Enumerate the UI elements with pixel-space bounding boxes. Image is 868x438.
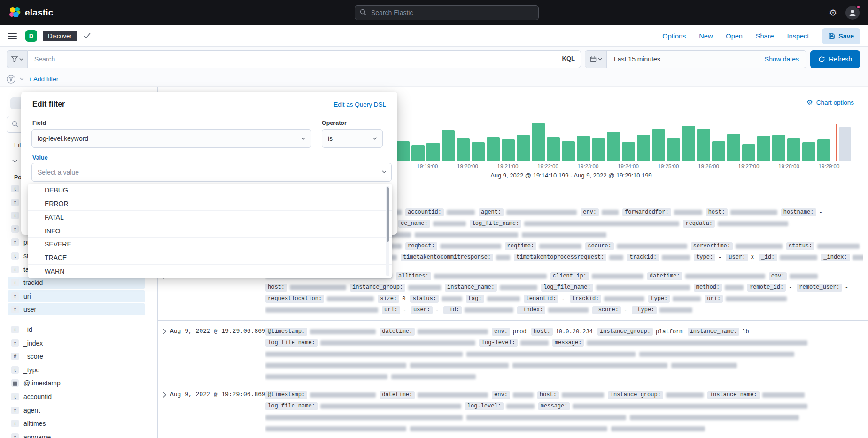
- doc-line: log_file_name:log-level:message:: [265, 338, 863, 349]
- histogram-bar[interactable]: [682, 126, 695, 161]
- sidebar-field-_score[interactable]: #_score: [8, 350, 145, 362]
- histogram-bar[interactable]: [727, 134, 740, 161]
- sidebar-field-trackid[interactable]: ttrackid: [8, 277, 145, 289]
- field-badge: instance_name:: [688, 328, 740, 336]
- field-select[interactable]: log-level.keyword: [31, 129, 311, 148]
- doc-line: [265, 371, 863, 383]
- breadcrumb[interactable]: Discover: [43, 31, 77, 41]
- operator-label: Operator: [322, 120, 347, 126]
- global-search-input[interactable]: [355, 5, 539, 20]
- nav-link-share[interactable]: Share: [756, 32, 774, 40]
- filter-value-option[interactable]: INFO: [28, 224, 392, 238]
- expand-row-icon[interactable]: [163, 392, 167, 400]
- histogram-bar[interactable]: [652, 129, 665, 161]
- nav-links: OptionsNewOpenShareInspect: [662, 32, 809, 40]
- sidebar-field-user[interactable]: tuser: [8, 303, 145, 315]
- histogram-bar[interactable]: [802, 142, 815, 161]
- chevron-down-icon[interactable]: [20, 77, 24, 80]
- redacted-value: [573, 404, 807, 409]
- redacted-value: [630, 415, 799, 420]
- doc-line: log_file_name:log-level:message:: [265, 401, 863, 412]
- nav-link-inspect[interactable]: Inspect: [787, 32, 809, 40]
- histogram-bar[interactable]: [787, 138, 800, 161]
- filter-value-option[interactable]: DEBUG: [28, 184, 392, 197]
- user-avatar[interactable]: [845, 6, 860, 20]
- nav-link-open[interactable]: Open: [726, 32, 742, 40]
- space-badge[interactable]: D: [25, 30, 37, 42]
- filter-value-option[interactable]: SEVERE: [28, 238, 392, 251]
- histogram-bar[interactable]: [607, 132, 620, 161]
- sidebar-field-_index[interactable]: t_index: [8, 337, 145, 349]
- show-dates-button[interactable]: Show dates: [765, 55, 799, 63]
- histogram-bar[interactable]: [742, 144, 755, 161]
- histogram-bar[interactable]: [442, 130, 455, 161]
- saved-query-menu-button[interactable]: [7, 50, 27, 68]
- doc-line: requestlocation:size:0status:tag:tenanti…: [265, 293, 863, 305]
- nav-link-new[interactable]: New: [699, 32, 713, 40]
- sidebar-field-accountid[interactable]: taccountid: [8, 391, 145, 403]
- sidebar-field-_type[interactable]: t_type: [8, 364, 145, 376]
- doc-line: url:-user:-_id:_index:_score:-_type:: [265, 305, 863, 316]
- x-axis-tick-label: 19:19:00: [411, 163, 444, 169]
- operator-select[interactable]: is: [322, 129, 383, 148]
- text-field-icon: t: [11, 252, 19, 260]
- histogram-bar[interactable]: [532, 123, 545, 161]
- histogram-bar[interactable]: [712, 141, 725, 161]
- date-quick-menu-button[interactable]: [585, 51, 607, 68]
- save-button[interactable]: Save: [822, 28, 860, 44]
- filter-value-option[interactable]: WARN: [28, 265, 392, 278]
- edit-as-query-dsl-link[interactable]: Edit as Query DSL: [333, 101, 386, 108]
- menu-icon[interactable]: [8, 32, 17, 40]
- sidebar-field-alltimes[interactable]: talltimes: [8, 417, 145, 430]
- sidebar-field-agent[interactable]: tagent: [8, 404, 145, 416]
- histogram-bar[interactable]: [622, 142, 635, 161]
- histogram-bar[interactable]: [426, 143, 440, 161]
- filter-value-option[interactable]: FATAL: [28, 211, 392, 224]
- histogram-bar[interactable]: [472, 142, 485, 161]
- filters-circle-icon[interactable]: [7, 75, 16, 84]
- gear-icon[interactable]: ⚙: [829, 8, 837, 18]
- histogram-bar[interactable]: [547, 137, 560, 161]
- expand-row-icon[interactable]: [163, 328, 167, 337]
- text-field-icon: t: [11, 185, 19, 192]
- field-badge: datetime:: [380, 391, 415, 399]
- save-button-label: Save: [838, 32, 854, 40]
- histogram-bar[interactable]: [772, 135, 785, 161]
- time-range-button[interactable]: Last 15 minutes: [614, 55, 660, 63]
- nav-link-options[interactable]: Options: [662, 32, 686, 40]
- sidebar-field-_id[interactable]: t_id: [8, 323, 145, 336]
- histogram-bar[interactable]: [697, 129, 710, 161]
- value-combobox-input[interactable]: [31, 163, 392, 182]
- chart-options-button[interactable]: ⚙ Chart options: [806, 98, 854, 107]
- histogram-bar[interactable]: [637, 135, 650, 161]
- histogram-bar[interactable]: [577, 136, 590, 161]
- histogram-bar[interactable]: [562, 141, 575, 161]
- histogram-bar[interactable]: [396, 141, 410, 161]
- brand[interactable]: elastic: [0, 7, 54, 19]
- text-field-icon: t: [11, 306, 19, 313]
- filter-value-option[interactable]: TRACE: [28, 251, 392, 265]
- field-badge: reqdata:: [683, 220, 715, 228]
- histogram-bar[interactable]: [817, 139, 830, 161]
- chevron-down-icon[interactable]: [12, 160, 17, 163]
- histogram-bar[interactable]: [592, 138, 605, 161]
- sidebar-field-@timestamp[interactable]: ▦@timestamp: [8, 377, 145, 389]
- histogram-bar[interactable]: [517, 135, 530, 161]
- field-label: Field: [32, 120, 46, 126]
- histogram-bar[interactable]: [487, 137, 500, 161]
- field-badge: method:: [694, 284, 722, 292]
- histogram-bar[interactable]: [457, 138, 470, 161]
- kql-button[interactable]: KQL: [562, 55, 575, 62]
- histogram-bar[interactable]: [411, 145, 425, 161]
- histogram-bar[interactable]: [502, 139, 515, 161]
- search-input[interactable]: [27, 50, 581, 68]
- sidebar-field-appname[interactable]: tappname: [8, 431, 145, 438]
- histogram-bar[interactable]: [757, 136, 770, 161]
- scrollbar-thumb[interactable]: [387, 187, 389, 242]
- sidebar-field-uri[interactable]: turi: [8, 290, 145, 302]
- add-filter-button[interactable]: + Add filter: [28, 76, 58, 83]
- redacted-value: [320, 340, 475, 346]
- histogram-bar[interactable]: [667, 138, 680, 161]
- refresh-button[interactable]: Refresh: [810, 50, 860, 68]
- filter-value-option[interactable]: ERROR: [28, 197, 392, 211]
